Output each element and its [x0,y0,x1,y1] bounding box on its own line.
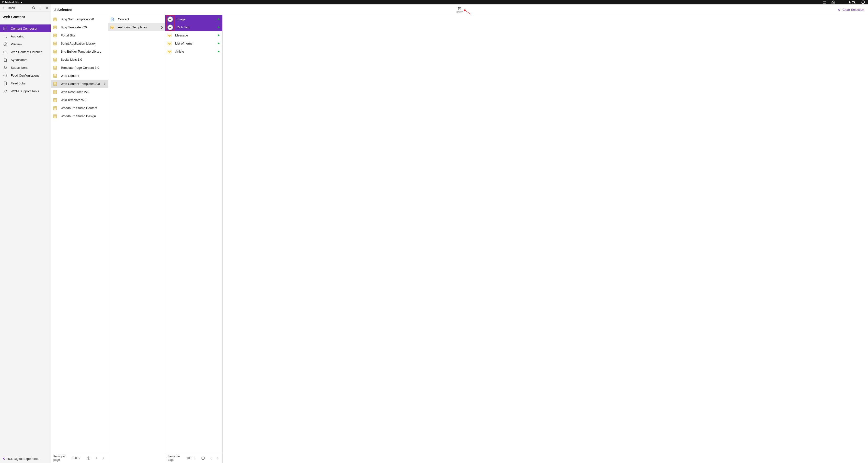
status-dot [218,42,219,44]
svg-rect-98 [170,43,171,45]
library-label: Portal Site [61,33,75,37]
info-icon[interactable] [861,0,865,4]
library-item[interactable]: Wiki Template v70 [51,96,108,104]
template-label: Image [177,18,185,21]
selection-count: 2 Selected [51,8,72,12]
action-header: 2 Selected Delete Clear Selection [51,4,868,15]
sidebar-item[interactable]: Syndicators [0,56,51,64]
folder-item[interactable]: Content [108,15,165,23]
status-dot [218,18,219,20]
library-label: Blog Solo Template v70 [61,18,94,21]
library-icon [53,90,57,94]
library-item[interactable]: Woodburn Studio Content [51,104,108,112]
library-item[interactable]: Template Page Content 3.0 [51,64,108,72]
template-label: List of Items [175,41,192,45]
template-label: Rich Text [177,26,190,29]
prev-page-button[interactable] [94,455,99,461]
sidebar-item[interactable]: Subscribers [0,64,51,71]
svg-point-19 [4,35,6,37]
info-icon[interactable] [201,456,205,460]
sidebar-item-label: WCM Support Tools [11,89,39,93]
gear-icon [3,73,7,78]
svg-rect-91 [111,27,112,29]
library-item[interactable]: Portal Site [51,31,108,39]
library-item[interactable]: Social Lists 1.0 [51,56,108,64]
library-item[interactable]: Web Content [51,72,108,80]
arrow-left-icon [2,6,6,10]
more-icon[interactable] [840,0,844,4]
next-page-button[interactable] [101,455,105,461]
sidebar-item[interactable]: Preview [0,40,51,48]
library-icon [53,50,57,54]
library-icon [53,74,57,78]
pager-value[interactable]: 100 [72,456,77,460]
sidebar-item[interactable]: Feed Configurations [0,71,51,79]
prev-page-button[interactable] [209,455,214,461]
sidebar-item[interactable]: Content Composer [0,25,51,32]
annotation-arrow [464,9,471,15]
next-page-button[interactable] [215,455,220,461]
sidebar-item[interactable]: Authoring [0,32,51,40]
column-libraries: Blog Solo Template v70Blog Template v70P… [51,15,108,463]
library-item[interactable]: Woodburn Studio Design [51,112,108,120]
doc-icon [3,81,7,85]
logo-icon: ✕ [2,457,5,461]
users-icon [3,89,7,93]
library-item[interactable]: Blog Template v70 [51,23,108,31]
delete-button[interactable]: Delete [456,6,463,13]
search-icon[interactable] [32,6,36,10]
back-button[interactable]: Back [2,6,15,10]
library-icon [53,98,57,102]
sidebar-item[interactable]: WCM Support Tools [0,87,51,95]
caret-down-icon[interactable] [193,457,195,459]
template-label: Message [175,33,188,37]
library-item[interactable]: Blog Solo Template v70 [51,15,108,23]
pager-col3: Items per page 100 [165,453,222,463]
sidebar-nav: Content ComposerAuthoringPreviewWeb Cont… [0,22,51,97]
library-item[interactable]: Web Resources v70 [51,88,108,96]
library-item[interactable]: Site Builder Template Library [51,48,108,56]
library-item[interactable]: Web Content Templates 3.0 [51,80,108,88]
info-icon[interactable] [87,456,91,460]
template-item[interactable]: Message [165,31,222,39]
sidebar-item-label: Preview [11,42,22,46]
svg-rect-92 [113,27,114,29]
pager-value[interactable]: 100 [186,456,191,460]
library-label: Woodburn Studio Content [61,106,97,110]
template-icon [110,25,115,30]
more-icon[interactable] [39,6,42,10]
library-icon [53,58,57,62]
sidebar-item[interactable]: Feed Jobs [0,79,51,87]
site-switcher[interactable]: Published Site [2,1,23,4]
card-icon[interactable] [823,0,827,4]
svg-point-9 [33,7,35,9]
template-item[interactable]: Article [165,48,222,56]
library-label: Wiki Template v70 [61,98,86,102]
sidebar-item[interactable]: Web Content Libraries [0,48,51,56]
template-item[interactable]: List of Items [165,39,222,48]
folder-item[interactable]: Authoring Templates [108,23,165,31]
column-templates: ImageRich TextMessageList of ItemsArticl… [165,15,223,463]
clear-label: Clear Selection [842,8,864,11]
doc-icon [3,58,7,62]
home-icon[interactable] [831,0,835,4]
svg-line-20 [6,37,6,37]
close-icon[interactable] [45,6,49,10]
sidebar-item-label: Feed Configurations [11,74,39,77]
folder-label: Content [118,18,129,21]
delete-label: Delete [456,11,463,13]
library-item[interactable]: Script Application Library [51,39,108,48]
svg-point-2 [842,1,842,1]
chevron-right-icon [161,26,163,29]
template-item[interactable]: Image [165,15,222,23]
svg-point-11 [40,7,41,7]
library-icon [53,66,57,70]
caret-down-icon[interactable] [79,457,81,459]
clear-selection-button[interactable]: Clear Selection [837,8,868,11]
play-icon [3,42,7,46]
svg-point-3 [842,2,842,2]
svg-point-13 [40,9,41,9]
template-item[interactable]: Rich Text [165,23,222,31]
svg-marker-22 [5,43,6,45]
library-label: Web Resources v70 [61,90,89,94]
